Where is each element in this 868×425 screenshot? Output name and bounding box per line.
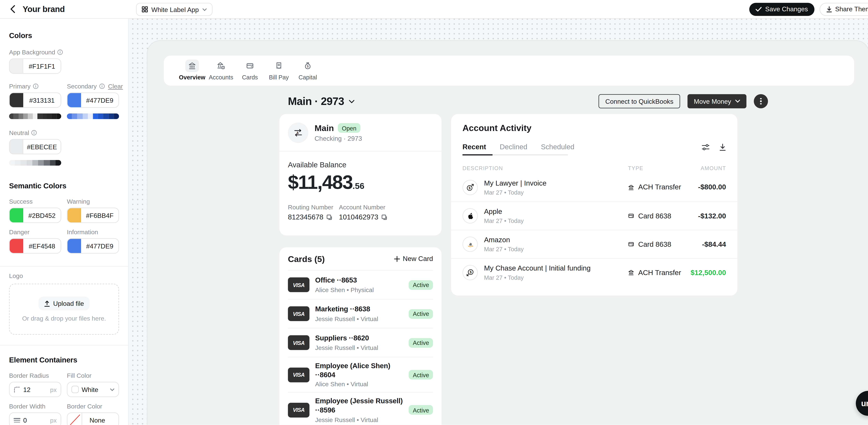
account-actions: Connect to QuickBooks Move Money <box>598 94 768 108</box>
save-changes-button[interactable]: Save Changes <box>749 3 814 16</box>
visa-logo: VISA <box>288 306 310 321</box>
border-width-unit: px <box>50 417 57 423</box>
transfer-icon: $ <box>288 122 309 143</box>
danger-value[interactable]: #EF4548 <box>23 243 61 249</box>
upload-file-button[interactable]: Upload file <box>38 296 90 310</box>
semantic-colors-heading: Semantic Colors <box>9 181 119 190</box>
tab-recent[interactable]: Recent <box>462 143 486 151</box>
warning-value[interactable]: #F6BB4F <box>81 212 118 219</box>
success-value[interactable]: #2BD452 <box>23 212 61 219</box>
danger-swatch[interactable] <box>10 239 23 253</box>
transaction-amount: -$132.00 <box>698 212 726 220</box>
card-details: Jessie Russell • Virtual <box>315 416 403 423</box>
app-background-swatch[interactable] <box>10 59 23 73</box>
tab-label: Accounts <box>209 74 233 81</box>
card-details: Alice Shen • Physical <box>315 286 403 293</box>
card-icon <box>243 60 257 72</box>
tab-accounts[interactable]: Accounts <box>209 60 234 81</box>
information-color-input[interactable]: #477DE9 <box>67 238 119 254</box>
back-button[interactable] <box>7 4 18 14</box>
move-money-button[interactable]: Move Money <box>688 94 746 108</box>
app-background-input[interactable]: #F1F1F1 <box>9 58 61 74</box>
primary-value[interactable]: #313131 <box>23 97 61 104</box>
upload-icon <box>44 301 50 307</box>
share-theme-button[interactable]: Share Theme <box>819 3 868 16</box>
plus-icon <box>394 256 400 262</box>
transaction-row[interactable]: a Amazon Mar 27 • Today Card 8638 <box>451 230 738 258</box>
success-color-input[interactable]: #2BD452 <box>9 208 61 223</box>
border-width-input[interactable]: 0 px <box>9 413 61 425</box>
topbar-actions: Save Changes Share Theme <box>749 3 868 16</box>
card-list-item[interactable]: VISA Marketing ··8638 Jessie Russell • V… <box>288 299 433 328</box>
border-radius-value[interactable]: 12 <box>23 386 31 393</box>
visa-logo: VISA <box>288 403 310 418</box>
transaction-date: Mar 27 • Today <box>484 246 626 252</box>
check-icon <box>755 7 762 12</box>
border-radius-unit: px <box>50 386 57 393</box>
download-icon[interactable] <box>719 143 726 151</box>
tab-declined[interactable]: Declined <box>500 143 527 151</box>
tab-bill-pay[interactable]: Bill Pay <box>266 60 291 81</box>
success-label: Success <box>9 198 61 205</box>
app-switcher-button[interactable]: White Label App <box>136 3 213 16</box>
transaction-description: My Lawyer | Invoice <box>484 179 626 187</box>
account-switcher[interactable]: Main · 2973 <box>288 94 355 108</box>
tab-label: Bill Pay <box>269 74 289 81</box>
app-background-value[interactable]: #F1F1F1 <box>23 63 61 69</box>
card-list-item[interactable]: VISA Suppliers ··8620 Jessie Russell • V… <box>288 328 433 357</box>
section-divider <box>0 345 128 345</box>
transaction-row[interactable]: Apple Mar 27 • Today Card 8638 -$132.00 <box>451 201 738 230</box>
tab-cards[interactable]: Cards <box>238 60 262 81</box>
tab-overview[interactable]: Overview <box>180 60 205 81</box>
secondary-clear-link[interactable]: Clear <box>108 83 123 90</box>
tab-capital[interactable]: $ Capital <box>295 60 320 81</box>
transaction-type: ACH Transfer <box>638 183 681 191</box>
copy-icon[interactable] <box>381 215 387 220</box>
secondary-swatch[interactable] <box>67 93 81 107</box>
neutral-color-input[interactable]: #EBECEE <box>9 139 61 154</box>
primary-color-input[interactable]: #313131 <box>9 92 61 108</box>
info-icon <box>31 130 37 136</box>
secondary-value[interactable]: #477DE9 <box>81 97 118 104</box>
success-swatch[interactable] <box>10 208 23 222</box>
card-list-item[interactable]: VISA Employee (Alice Shen) ··8604 Alice … <box>288 357 433 392</box>
transaction-row[interactable]: $ My Lawyer | Invoice Mar 27 • Today ACH… <box>451 173 738 201</box>
border-radius-input[interactable]: 12 px <box>9 382 61 397</box>
warning-swatch[interactable] <box>67 208 81 222</box>
account-number-label: Account Number <box>339 204 387 210</box>
kebab-icon <box>760 98 762 105</box>
border-width-value[interactable]: 0 <box>23 417 27 423</box>
balance-dollars: $11,483 <box>288 171 352 193</box>
danger-color-input[interactable]: #EF4548 <box>9 238 61 254</box>
card-icon <box>628 213 634 219</box>
border-color-input[interactable]: None <box>67 413 119 425</box>
warning-color-input[interactable]: #F6BB4F <box>67 208 119 223</box>
more-options-button[interactable] <box>754 94 768 108</box>
logo-dropzone[interactable]: Upload file Or drag & drop your files he… <box>9 284 119 335</box>
filter-icon[interactable] <box>702 143 710 151</box>
primary-swatch[interactable] <box>10 93 23 107</box>
tab-underline <box>462 154 568 155</box>
card-list-item[interactable]: VISA Office ··8653 Alice Shen • Physical… <box>288 270 433 299</box>
card-list-item[interactable]: VISA Employee (Jessie Russell) ··8596 Je… <box>288 392 433 425</box>
svg-text:$: $ <box>470 270 472 274</box>
card-details: Jessie Russell • Virtual <box>315 344 403 351</box>
new-card-button[interactable]: New Card <box>394 255 433 263</box>
app-preview-canvas: Overview Accounts Cards <box>147 40 868 425</box>
visa-logo: VISA <box>288 277 310 292</box>
fill-color-select[interactable]: White <box>67 382 119 397</box>
information-value[interactable]: #477DE9 <box>81 243 118 249</box>
fill-color-swatch <box>71 386 79 393</box>
information-swatch[interactable] <box>67 239 81 253</box>
transaction-row[interactable]: $ My Chase Account | Initial funding Mar… <box>451 258 738 286</box>
card-name: Employee (Alice Shen) ··8604 <box>315 362 403 380</box>
tab-scheduled[interactable]: Scheduled <box>541 143 575 151</box>
neutral-palette <box>9 160 61 166</box>
secondary-color-input[interactable]: #477DE9 <box>67 92 119 108</box>
account-activity-card: Account Activity Recent Declined Schedul… <box>451 114 738 295</box>
connect-quickbooks-button[interactable]: Connect to QuickBooks <box>598 94 680 108</box>
neutral-value[interactable]: #EBECEE <box>23 143 61 150</box>
copy-icon[interactable] <box>326 215 332 220</box>
neutral-swatch[interactable] <box>10 140 23 154</box>
money-in-icon: $ <box>462 265 478 280</box>
